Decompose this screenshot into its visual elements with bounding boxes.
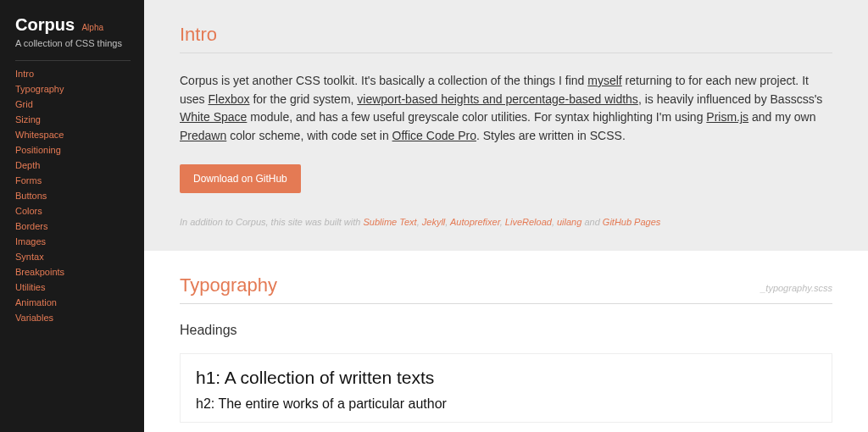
- credits-link[interactable]: Jekyll: [422, 217, 446, 227]
- link-white-space[interactable]: White Space: [180, 110, 247, 124]
- sidebar-item: Sizing: [15, 115, 131, 125]
- sidebar: Corpus Alpha A collection of CSS things …: [0, 0, 144, 432]
- brand-title: Corpus: [15, 15, 75, 34]
- sidebar-item: Syntax: [15, 252, 131, 262]
- sidebar-item: Depth: [15, 161, 131, 170]
- brand-tagline: A collection of CSS things: [15, 38, 131, 48]
- sidebar-link-borders[interactable]: Borders: [15, 221, 48, 231]
- credits-link[interactable]: Sublime Text: [363, 217, 416, 227]
- sidebar-item: Borders: [15, 222, 131, 231]
- sidebar-link-colors[interactable]: Colors: [15, 206, 42, 216]
- credits-and: and: [581, 217, 602, 227]
- sidebar-item: Variables: [15, 313, 131, 323]
- sidebar-link-animation[interactable]: Animation: [15, 297, 57, 307]
- sidebar-link-syntax[interactable]: Syntax: [15, 252, 44, 262]
- link-flexbox[interactable]: Flexbox: [208, 92, 249, 106]
- sidebar-link-breakpoints[interactable]: Breakpoints: [15, 267, 64, 277]
- sidebar-link-forms[interactable]: Forms: [15, 175, 42, 186]
- section-typography: Typography _typography.scss Headings h1:…: [144, 251, 868, 432]
- main-content[interactable]: Intro Corpus is yet another CSS toolkit.…: [144, 0, 868, 432]
- sidebar-link-typography[interactable]: Typography: [15, 84, 64, 94]
- credits-link[interactable]: uilang: [557, 217, 581, 227]
- sidebar-link-intro[interactable]: Intro: [15, 69, 34, 79]
- sidebar-item: Intro: [15, 69, 131, 79]
- h1-demo: h1: A collection of written texts: [196, 368, 816, 388]
- intro-text: . Styles are written in SCSS.: [476, 129, 626, 142]
- intro-text: module, and has a few useful greyscale c…: [247, 110, 706, 124]
- sidebar-link-sizing[interactable]: Sizing: [15, 114, 41, 125]
- sidebar-item: Whitespace: [15, 130, 131, 140]
- sidebar-item: Animation: [15, 298, 131, 307]
- sidebar-item: Typography: [15, 85, 131, 94]
- section-title: Typography: [180, 274, 277, 296]
- download-button[interactable]: Download on GitHub: [180, 164, 301, 193]
- link-prismjs[interactable]: Prism.js: [706, 110, 748, 124]
- intro-text: and my own: [748, 110, 815, 124]
- section-file-label: _typography.scss: [760, 283, 832, 293]
- sidebar-item: Colors: [15, 207, 131, 216]
- sidebar-link-images[interactable]: Images: [15, 236, 46, 246]
- intro-text: color scheme, with code set in: [226, 129, 392, 142]
- intro-paragraph: Corpus is yet another CSS toolkit. It's …: [180, 72, 832, 146]
- sidebar-link-depth[interactable]: Depth: [15, 160, 40, 170]
- intro-text: for the grid system,: [250, 92, 358, 106]
- sidebar-item: Images: [15, 237, 131, 246]
- credits-link[interactable]: LiveReload: [505, 217, 552, 227]
- section-header: Intro: [180, 24, 832, 53]
- subsection-title: Headings: [180, 323, 832, 338]
- sidebar-link-variables[interactable]: Variables: [15, 313, 53, 323]
- link-office-code-pro[interactable]: Office Code Pro: [392, 129, 476, 142]
- sidebar-item: Breakpoints: [15, 268, 131, 277]
- credits-link[interactable]: GitHub Pages: [603, 217, 660, 227]
- sidebar-item: Forms: [15, 176, 131, 186]
- brand-suffix: Alpha: [81, 23, 103, 32]
- sidebar-link-utilities[interactable]: Utilities: [15, 282, 45, 292]
- sidebar-item: Buttons: [15, 191, 131, 201]
- sidebar-nav: IntroTypographyGridSizingWhitespacePosit…: [15, 69, 131, 323]
- sidebar-item: Grid: [15, 100, 131, 109]
- brand: Corpus Alpha: [15, 15, 131, 35]
- intro-text: Corpus is yet another CSS toolkit. It's …: [180, 74, 587, 87]
- sidebar-divider: [15, 60, 131, 61]
- section-intro: Intro Corpus is yet another CSS toolkit.…: [144, 0, 868, 251]
- credits: In addition to Corpus, this site was bui…: [180, 217, 832, 227]
- link-predawn[interactable]: Predawn: [180, 129, 226, 142]
- sidebar-link-positioning[interactable]: Positioning: [15, 145, 61, 155]
- headings-demo: h1: A collection of written texts h2: Th…: [180, 353, 832, 423]
- intro-text: , is heavily influenced by Basscss's: [638, 92, 822, 106]
- h2-demo: h2: The entire works of a particular aut…: [196, 396, 816, 412]
- credits-lead: In addition to Corpus, this site was bui…: [180, 217, 363, 227]
- sidebar-item: Utilities: [15, 283, 131, 292]
- link-viewport-heights[interactable]: viewport-based heights and percentage-ba…: [357, 92, 638, 106]
- credits-links: Sublime Text, Jekyll, Autoprefixer, Live…: [363, 217, 581, 227]
- sidebar-link-whitespace[interactable]: Whitespace: [15, 130, 64, 140]
- link-myself[interactable]: myself: [587, 74, 621, 87]
- sidebar-link-grid[interactable]: Grid: [15, 99, 33, 109]
- sidebar-item: Positioning: [15, 146, 131, 155]
- section-title: Intro: [180, 24, 217, 46]
- credits-link[interactable]: Autoprefixer: [450, 217, 500, 227]
- sidebar-link-buttons[interactable]: Buttons: [15, 191, 47, 201]
- section-header: Typography _typography.scss: [180, 274, 832, 304]
